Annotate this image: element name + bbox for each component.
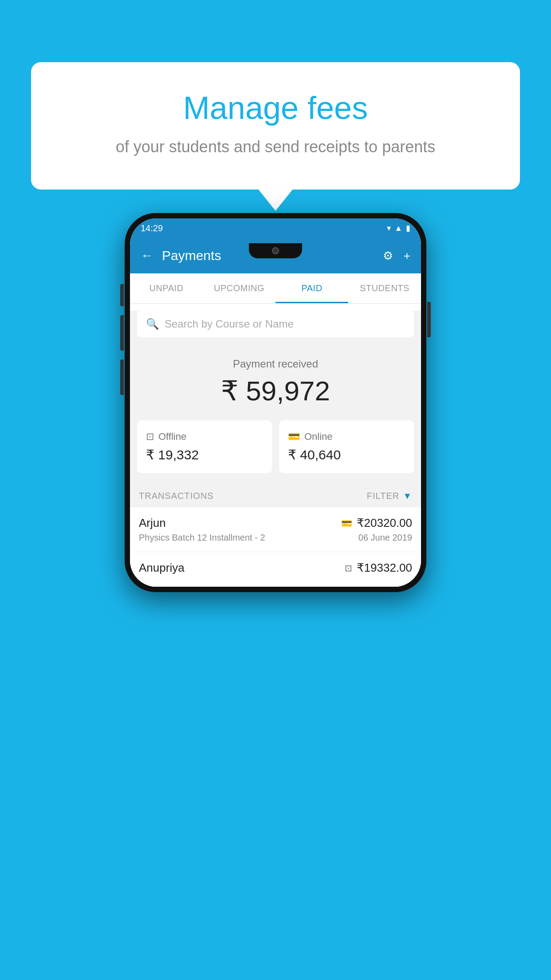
student-name: Anupriya [139,561,185,575]
filter-button[interactable]: FILTER ▼ [367,491,412,501]
transaction-left-anupriya: Anupriya [139,561,185,577]
offline-label: Offline [158,431,186,443]
phone-wrapper: 14:29 ▾ ▲ ▮ ← Payments ⚙ [125,213,426,592]
table-row[interactable]: Anupriya ⊡ ₹19332.00 [130,552,421,587]
settings-icon[interactable]: ⚙ [383,249,393,263]
speech-bubble: Manage fees of your students and send re… [31,62,520,190]
payment-received-label: Payment received [139,358,412,370]
amount-row: 💳 ₹20320.00 [341,516,412,530]
offline-payment-icon: ⊡ [345,563,352,573]
online-icon: 💳 [288,431,300,443]
app-bar-actions: ⚙ + [383,249,410,263]
search-icon: 🔍 [146,318,159,330]
tabs-container: UNPAID UPCOMING PAID STUDENTS [130,273,421,304]
online-label: Online [304,431,333,443]
transactions-header: TRANSACTIONS FILTER ▼ [130,482,421,507]
transaction-amount: ₹20320.00 [357,516,412,530]
tab-unpaid[interactable]: UNPAID [130,273,203,303]
payment-received-amount: ₹ 59,972 [139,375,412,407]
filter-label: FILTER [367,491,399,501]
online-amount: ₹ 40,640 [288,447,405,462]
student-name: Arjun [139,516,265,530]
status-icons: ▾ ▲ ▮ [387,223,410,233]
amount-row: ⊡ ₹19332.00 [345,561,412,575]
bubble-title: Manage fees [67,89,484,127]
offline-card-header: ⊡ Offline [146,431,263,443]
offline-amount: ₹ 19,332 [146,447,263,462]
status-time: 14:29 [141,223,163,233]
status-bar: 14:29 ▾ ▲ ▮ [130,218,421,238]
search-bar[interactable]: 🔍 Search by Course or Name [137,311,414,337]
back-button[interactable]: ← [141,249,153,263]
side-button-right [427,302,431,337]
add-icon[interactable]: + [404,249,410,263]
signal-icon: ▲ [394,224,402,233]
phone-screen: 14:29 ▾ ▲ ▮ ← Payments ⚙ [130,218,421,587]
tab-upcoming[interactable]: UPCOMING [203,273,276,303]
app-background: Manage fees of your students and send re… [0,0,551,980]
search-input[interactable]: Search by Course or Name [165,318,294,330]
online-card-header: 💳 Online [288,431,405,443]
speech-bubble-container: Manage fees of your students and send re… [31,62,520,190]
tab-paid[interactable]: PAID [276,273,348,303]
phone-notch [249,243,302,258]
tab-students[interactable]: STUDENTS [348,273,421,303]
camera-dot [272,247,279,254]
transaction-right-anupriya: ⊡ ₹19332.00 [345,561,412,577]
online-card: 💳 Online ₹ 40,640 [279,420,414,473]
payment-cards-row: ⊡ Offline ₹ 19,332 💳 Online ₹ 40,640 [130,420,421,482]
wifi-icon: ▾ [387,223,391,233]
app-content: 🔍 Search by Course or Name Payment recei… [130,311,421,587]
payment-received-section: Payment received ₹ 59,972 [130,344,421,420]
offline-icon: ⊡ [146,431,154,443]
side-button-left-vol-down [120,360,124,395]
transaction-right-arjun: 💳 ₹20320.00 06 June 2019 [341,516,412,543]
battery-icon: ▮ [406,223,410,233]
transactions-list: Arjun Physics Batch 12 Installment - 2 💳… [130,507,421,587]
bubble-subtitle: of your students and send receipts to pa… [67,136,484,158]
transaction-left-arjun: Arjun Physics Batch 12 Installment - 2 [139,516,265,543]
side-button-left-vol-up [120,315,124,351]
filter-icon: ▼ [403,491,412,501]
side-button-left-power [120,284,124,306]
transaction-date: 06 June 2019 [358,533,412,543]
offline-card: ⊡ Offline ₹ 19,332 [137,420,272,473]
online-payment-icon: 💳 [341,518,352,529]
table-row[interactable]: Arjun Physics Batch 12 Installment - 2 💳… [130,507,421,552]
phone-outer: 14:29 ▾ ▲ ▮ ← Payments ⚙ [125,213,426,592]
transaction-amount: ₹19332.00 [357,561,412,575]
course-info: Physics Batch 12 Installment - 2 [139,533,265,543]
transactions-label: TRANSACTIONS [139,491,214,501]
